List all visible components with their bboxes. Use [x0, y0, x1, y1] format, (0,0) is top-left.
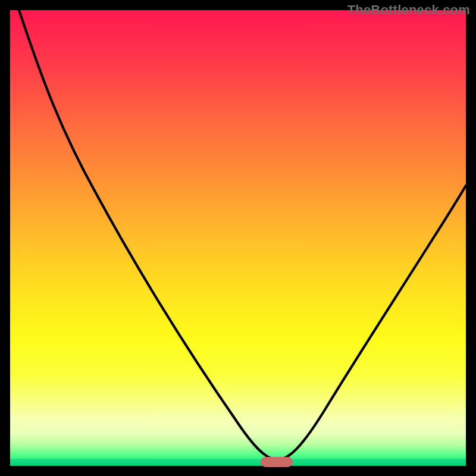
plot-area [10, 10, 466, 466]
watermark-text: TheBottleneck.com [347, 2, 470, 18]
background-gradient [10, 10, 466, 466]
chart-stage: TheBottleneck.com [0, 0, 476, 476]
